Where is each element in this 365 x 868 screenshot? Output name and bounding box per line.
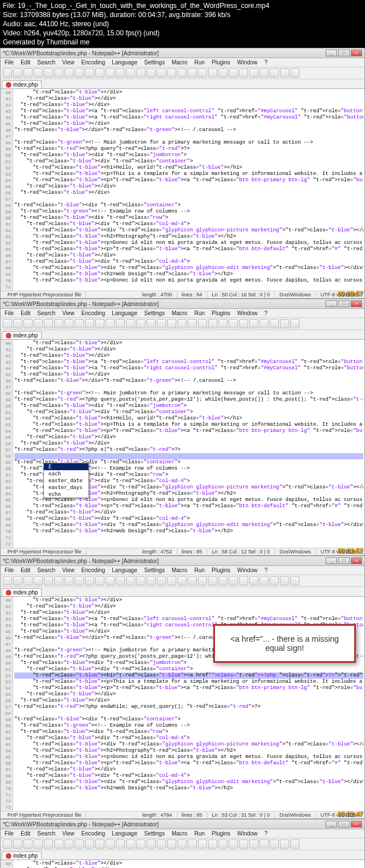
toolbar-btn-16[interactable] bbox=[167, 319, 176, 328]
minimize-button[interactable]: _ bbox=[326, 300, 337, 307]
toolbar-btn-10[interactable] bbox=[106, 840, 115, 849]
toolbar-btn-4[interactable] bbox=[44, 319, 53, 328]
toolbar-btn-5[interactable] bbox=[54, 68, 63, 78]
toolbar-btn-10[interactable] bbox=[106, 319, 115, 328]
toolbar-btn-23[interactable] bbox=[239, 68, 248, 78]
toolbar-btn-12[interactable] bbox=[126, 840, 135, 849]
close-button[interactable]: × bbox=[351, 300, 362, 307]
toolbar-btn-22[interactable] bbox=[229, 68, 238, 78]
toolbar-btn-18[interactable] bbox=[188, 840, 197, 849]
toolbar-btn-11[interactable] bbox=[116, 576, 125, 585]
menu-search[interactable]: Search bbox=[35, 59, 57, 66]
toolbar-btn-2[interactable] bbox=[23, 319, 33, 328]
toolbar-btn-10[interactable] bbox=[106, 576, 115, 585]
autocomplete-item[interactable]: each bbox=[44, 470, 88, 477]
toolbar-btn-22[interactable] bbox=[229, 319, 238, 328]
toolbar-btn-16[interactable] bbox=[167, 68, 176, 78]
maximize-button[interactable]: □ bbox=[338, 300, 350, 307]
toolbar-btn-11[interactable] bbox=[116, 840, 125, 849]
toolbar-btn-20[interactable] bbox=[208, 840, 217, 849]
menu-?[interactable]: ? bbox=[262, 59, 269, 66]
menu-settings[interactable]: Settings bbox=[143, 309, 167, 317]
toolbar-btn-26[interactable] bbox=[270, 840, 279, 849]
menu-window[interactable]: Window bbox=[236, 309, 259, 317]
toolbar-btn-20[interactable] bbox=[208, 319, 217, 328]
menu-settings[interactable]: Settings bbox=[143, 567, 167, 574]
autocomplete-item[interactable]: echo bbox=[44, 491, 88, 498]
toolbar-btn-1[interactable] bbox=[13, 840, 22, 849]
toolbar-btn-0[interactable] bbox=[3, 68, 12, 78]
toolbar-btn-1[interactable] bbox=[13, 319, 22, 328]
toolbar-btn-27[interactable] bbox=[280, 840, 289, 849]
code-editor[interactable]: 4041424344454647484950515253545556575859… bbox=[1, 340, 364, 548]
toolbar-btn-9[interactable] bbox=[95, 576, 104, 585]
maximize-button[interactable]: □ bbox=[338, 821, 350, 828]
toolbar-btn-12[interactable] bbox=[126, 576, 135, 585]
menu-encoding[interactable]: Encoding bbox=[80, 309, 107, 317]
menu-edit[interactable]: Edit bbox=[19, 567, 32, 574]
toolbar-btn-8[interactable] bbox=[85, 576, 94, 585]
toolbar-btn-15[interactable] bbox=[157, 840, 166, 849]
menu-macro[interactable]: Macro bbox=[170, 830, 189, 837]
menu-edit[interactable]: Edit bbox=[19, 309, 32, 317]
menu-search[interactable]: Search bbox=[35, 567, 57, 574]
toolbar-btn-4[interactable] bbox=[44, 576, 53, 585]
file-tab[interactable]: index.php bbox=[2, 851, 42, 859]
menu-encoding[interactable]: Encoding bbox=[80, 830, 107, 837]
maximize-button[interactable]: □ bbox=[338, 557, 350, 564]
toolbar-btn-9[interactable] bbox=[95, 840, 104, 849]
autocomplete-item[interactable]: easter_date bbox=[44, 477, 88, 484]
toolbar-btn-9[interactable] bbox=[95, 319, 104, 328]
toolbar-btn-14[interactable] bbox=[147, 319, 156, 328]
toolbar-btn-2[interactable] bbox=[23, 840, 33, 849]
toolbar-btn-5[interactable] bbox=[54, 319, 63, 328]
toolbar-btn-4[interactable] bbox=[44, 840, 53, 849]
file-tab[interactable]: index.php bbox=[2, 331, 42, 339]
menu-macro[interactable]: Macro bbox=[170, 59, 189, 66]
toolbar-btn-6[interactable] bbox=[64, 68, 74, 78]
menu-macro[interactable]: Macro bbox=[170, 309, 189, 317]
toolbar-btn-6[interactable] bbox=[64, 576, 74, 585]
menu-run[interactable]: Run bbox=[193, 567, 206, 574]
menu-run[interactable]: Run bbox=[193, 309, 206, 317]
autocomplete-popup[interactable]: Eeacheaster_dateeaster_daysecho bbox=[43, 463, 89, 498]
menu-settings[interactable]: Settings bbox=[143, 830, 167, 837]
toolbar-btn-19[interactable] bbox=[198, 68, 207, 78]
toolbar-btn-3[interactable] bbox=[34, 68, 43, 78]
menu-window[interactable]: Window bbox=[236, 830, 259, 837]
toolbar-btn-28[interactable] bbox=[290, 68, 299, 78]
toolbar-btn-27[interactable] bbox=[280, 576, 289, 585]
toolbar-btn-25[interactable] bbox=[259, 68, 269, 78]
autocomplete-item[interactable]: easter_days bbox=[44, 484, 88, 491]
menu-file[interactable]: File bbox=[3, 830, 15, 837]
menu-plugins[interactable]: Plugins bbox=[210, 567, 232, 574]
toolbar-btn-12[interactable] bbox=[126, 319, 135, 328]
file-tab[interactable]: index.php bbox=[2, 80, 42, 88]
code-area[interactable]: "t-red">class="t-blue"></div> "t-red">cl… bbox=[13, 340, 364, 548]
toolbar-btn-24[interactable] bbox=[249, 68, 258, 78]
toolbar-btn-3[interactable] bbox=[34, 840, 43, 849]
menu-plugins[interactable]: Plugins bbox=[210, 309, 232, 317]
close-button[interactable]: × bbox=[351, 821, 362, 828]
toolbar-btn-3[interactable] bbox=[34, 319, 43, 328]
menu-window[interactable]: Window bbox=[236, 567, 259, 574]
toolbar-btn-2[interactable] bbox=[23, 68, 33, 78]
toolbar-btn-15[interactable] bbox=[157, 576, 166, 585]
toolbar-btn-25[interactable] bbox=[259, 319, 269, 328]
toolbar-btn-10[interactable] bbox=[106, 68, 115, 78]
toolbar-btn-13[interactable] bbox=[136, 576, 145, 585]
toolbar-btn-21[interactable] bbox=[218, 319, 228, 328]
toolbar-btn-5[interactable] bbox=[54, 576, 63, 585]
toolbar-btn-1[interactable] bbox=[13, 576, 22, 585]
menu-file[interactable]: File bbox=[3, 567, 15, 574]
toolbar-btn-15[interactable] bbox=[157, 319, 166, 328]
toolbar-btn-24[interactable] bbox=[249, 576, 258, 585]
toolbar-btn-28[interactable] bbox=[290, 576, 299, 585]
toolbar-btn-15[interactable] bbox=[157, 68, 166, 78]
menu-macro[interactable]: Macro bbox=[170, 567, 189, 574]
toolbar-btn-7[interactable] bbox=[75, 840, 84, 849]
menu-file[interactable]: File bbox=[3, 309, 15, 317]
toolbar-btn-8[interactable] bbox=[85, 840, 94, 849]
toolbar-btn-18[interactable] bbox=[188, 68, 197, 78]
toolbar-btn-23[interactable] bbox=[239, 840, 248, 849]
